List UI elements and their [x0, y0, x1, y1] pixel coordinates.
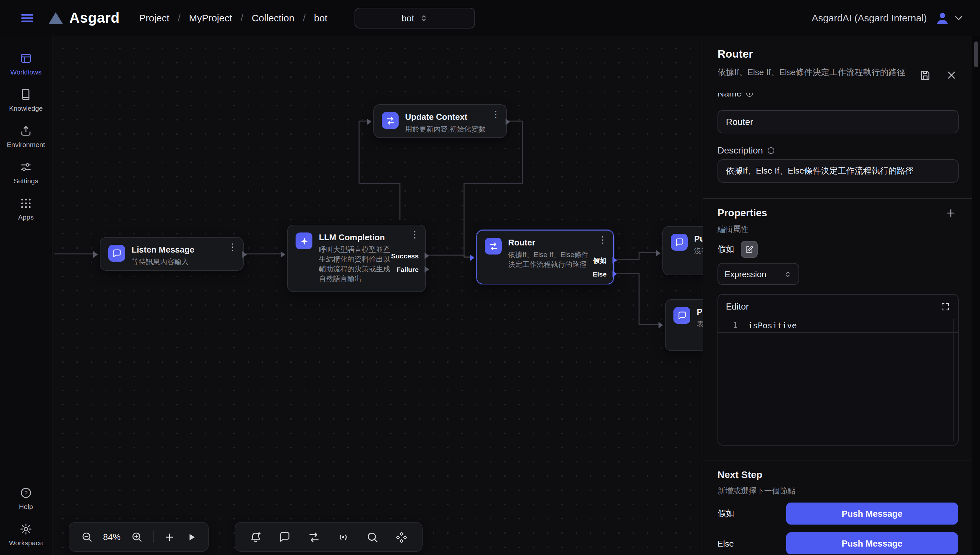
zoom-out-icon[interactable] — [80, 530, 94, 544]
expression-select[interactable]: Expression — [718, 263, 799, 285]
node-subtitle: 依據If、Else If、Else條件決定工作流程執行的路徑 — [508, 250, 591, 269]
zoom-in-icon[interactable] — [130, 530, 144, 544]
code-text: isPositive — [748, 320, 797, 330]
next-step-title: Next Step — [718, 469, 959, 480]
properties-subtitle: 編輯屬性 — [718, 224, 959, 235]
top-bar: Asgard Project / MyProject / Collection … — [0, 0, 980, 36]
chat-bubble-icon — [673, 307, 690, 324]
node-title: Router — [508, 238, 591, 248]
svg-text:?: ? — [24, 489, 27, 496]
help-icon: ? — [19, 486, 32, 499]
input-port[interactable] — [656, 250, 664, 257]
properties-title: Properties — [718, 207, 959, 219]
node-update-context[interactable]: Update Context 用於更新內容,初始化變數 ⋮ — [373, 104, 507, 138]
output-label-failure: Failure — [396, 265, 419, 274]
account-chevron-down-icon[interactable] — [953, 12, 964, 24]
chat-bubble-icon[interactable] — [277, 529, 292, 544]
node-title: Listen Message — [132, 245, 195, 255]
logo-triangle-icon — [48, 11, 64, 25]
next-step-label-if: 假如 — [718, 508, 734, 520]
nodes-icon[interactable] — [394, 529, 409, 544]
output-port-failure[interactable] — [425, 266, 432, 273]
scrollbar-thumb[interactable] — [974, 42, 978, 67]
description-input[interactable] — [718, 159, 959, 183]
name-label: Name — [718, 93, 959, 100]
output-port[interactable] — [505, 119, 513, 125]
workspace-gear-icon — [19, 523, 32, 536]
sidebar-item-workspace[interactable]: Workspace — [0, 516, 52, 552]
node-subtitle: 呼叫大型語言模型並產生結構化的資料輸出以輔助流程的決策或生成自然語言輸出 — [319, 245, 394, 284]
search-icon[interactable] — [365, 529, 380, 544]
chat-bubble-icon — [671, 234, 688, 250]
broadcast-icon[interactable] — [336, 529, 351, 544]
breadcrumb-myproject[interactable]: MyProject — [189, 12, 232, 23]
node-menu-icon[interactable]: ⋮ — [491, 109, 500, 119]
close-icon[interactable] — [945, 69, 958, 82]
property-row: 假如 — [718, 241, 959, 258]
node-subtitle: 用於更新內容,初始化變數 — [405, 124, 486, 134]
breadcrumb-bot[interactable]: bot — [314, 12, 328, 23]
zoom-level: 84% — [103, 532, 121, 542]
panel-scrollbar[interactable] — [972, 36, 980, 555]
breadcrumb-project[interactable]: Project — [139, 12, 169, 23]
app-root: Asgard Project / MyProject / Collection … — [0, 0, 980, 555]
select-chevrons-icon — [419, 13, 428, 22]
knowledge-icon — [19, 88, 32, 101]
node-menu-icon[interactable]: ⋮ — [410, 230, 419, 239]
node-llm-completion[interactable]: LLM Completion 呼叫大型語言模型並產生結構化的資料輸出以輔助流程的… — [287, 225, 426, 292]
user-avatar-icon[interactable] — [935, 10, 950, 26]
add-property-icon[interactable] — [944, 206, 958, 220]
menu-icon[interactable] — [18, 9, 36, 27]
input-port[interactable] — [658, 322, 666, 328]
output-port[interactable] — [242, 251, 250, 258]
node-router[interactable]: Router 依據If、Else If、Else條件決定工作流程執行的路徑 假如… — [476, 230, 614, 284]
sparkle-icon — [296, 233, 312, 249]
apps-icon — [19, 197, 32, 210]
sidebar-item-workflows[interactable]: Workflows — [0, 45, 52, 82]
input-port[interactable] — [281, 251, 288, 258]
swap-arrows-icon — [485, 238, 502, 255]
next-step-label-else: Else — [718, 539, 734, 548]
panel-title: Router — [718, 48, 959, 61]
node-menu-icon[interactable]: ⋮ — [228, 242, 237, 251]
output-port-else[interactable] — [613, 271, 620, 277]
panel-description: 依據If、Else If、Else條件決定工作流程執行的路徑 — [718, 66, 912, 79]
run-workflow-icon[interactable] — [185, 531, 198, 543]
property-label: 假如 — [718, 244, 734, 255]
output-port-if[interactable] — [613, 257, 620, 263]
bot-select[interactable]: bot — [354, 8, 475, 28]
breadcrumb-collection[interactable]: Collection — [252, 12, 294, 23]
swap-arrows-icon[interactable] — [307, 529, 322, 544]
name-input[interactable] — [718, 110, 959, 133]
edit-property-icon[interactable] — [741, 241, 758, 258]
code-line[interactable]: 1 isPositive — [718, 318, 958, 333]
editor-scrollbar[interactable] — [953, 319, 954, 441]
sidebar-item-apps[interactable]: Apps — [0, 190, 52, 227]
input-port[interactable] — [367, 119, 375, 125]
node-title: Update Context — [405, 112, 486, 122]
output-port-success[interactable] — [425, 253, 432, 259]
push-message-button-if[interactable]: Push Message — [786, 502, 958, 525]
input-port[interactable] — [470, 255, 478, 261]
add-node-icon[interactable] — [163, 530, 176, 544]
push-message-button-else[interactable]: Push Message — [786, 533, 958, 554]
info-icon — [767, 146, 775, 154]
output-label-if: 假如 — [593, 256, 607, 265]
description-label: Description — [718, 144, 959, 157]
node-menu-icon[interactable]: ⋮ — [598, 235, 607, 244]
logo-text: Asgard — [69, 10, 119, 26]
breadcrumb: Project / MyProject / Collection / bot — [139, 12, 327, 23]
sidebar-item-help[interactable]: ? Help — [0, 480, 52, 516]
next-step-subtitle: 新增或選擇下一個節點 — [718, 486, 959, 497]
expand-editor-icon[interactable] — [940, 302, 950, 311]
save-icon[interactable] — [919, 69, 932, 82]
node-palette-toolbar — [235, 522, 423, 552]
inspector-panel: Router 依據If、Else If、Else條件決定工作流程執行的路徑 Na… — [703, 36, 972, 555]
sidebar-item-environment[interactable]: Environment — [0, 118, 52, 154]
node-listen-message[interactable]: Listen Message 等待訊息內容輸入 ⋮ — [100, 237, 244, 271]
sidebar-item-knowledge[interactable]: Knowledge — [0, 82, 52, 118]
line-number: 1 — [718, 321, 738, 330]
input-port[interactable] — [93, 251, 101, 258]
sidebar-item-settings[interactable]: Settings — [0, 154, 52, 190]
listen-bell-icon[interactable] — [248, 529, 263, 544]
